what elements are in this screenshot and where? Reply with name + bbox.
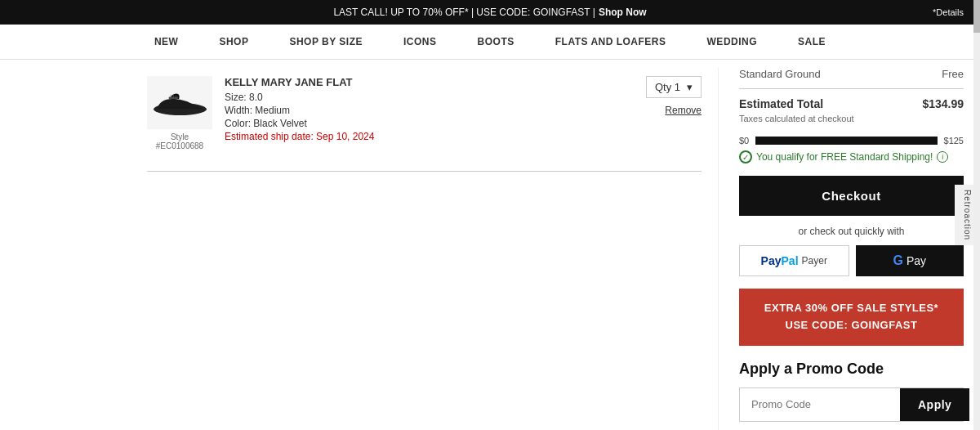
payment-buttons: PayPal Payer G Pay (739, 245, 964, 276)
progress-label-right: $125 (944, 136, 964, 146)
item-size: Size: 8.0 (225, 92, 634, 103)
promo-banner-line1: EXTRA 30% OFF SALE STYLES* (751, 300, 952, 317)
gpay-logo: G (893, 253, 902, 268)
nav-item-boots[interactable]: BOOTS (478, 36, 514, 47)
info-icon: i (937, 151, 948, 163)
nav-item-flats[interactable]: FLATS AND LOAFERS (555, 36, 666, 47)
progress-bar-fill (755, 137, 937, 145)
scrollbar[interactable] (973, 0, 980, 430)
chevron-down-icon: ▾ (687, 81, 693, 93)
cart-area: Style #EC0100688 KELLY MARY JANE FLAT Si… (0, 68, 719, 430)
progress-bar-container (755, 137, 937, 145)
summary-area: Standard Ground Free Estimated Total $13… (719, 68, 980, 430)
nav-item-shop-by-size[interactable]: SHOP BY SIZE (289, 36, 363, 47)
main-nav: NEW SHOP SHOP BY SIZE ICONS BOOTS FLATS … (0, 25, 980, 60)
remove-button[interactable]: Remove (665, 105, 702, 116)
check-icon: ✓ (739, 150, 752, 163)
total-value: $134.99 (922, 97, 964, 110)
item-qty-remove: Qty 1 ▾ Remove (646, 76, 702, 116)
progress-label-left: $0 (739, 136, 749, 146)
banner-details[interactable]: *Details (933, 7, 964, 17)
checkout-button[interactable]: Checkout (739, 176, 964, 216)
item-details: KELLY MARY JANE FLAT Size: 8.0 Width: Me… (225, 76, 634, 142)
promo-banner[interactable]: EXTRA 30% OFF SALE STYLES* USE CODE: GOI… (739, 289, 964, 346)
paypal-logo: PayPal (761, 254, 799, 267)
item-color: Color: Black Velvet (225, 118, 634, 129)
paypal-button[interactable]: PayPal Payer (739, 245, 849, 276)
gpay-button[interactable]: G Pay (856, 245, 964, 276)
cart-divider (147, 171, 702, 172)
item-name: KELLY MARY JANE FLAT (225, 76, 634, 88)
divider-1 (739, 88, 964, 89)
progress-wrap: $0 $125 (739, 136, 964, 146)
total-label: Estimated Total (739, 97, 823, 110)
item-image-wrap: Style #EC0100688 (147, 76, 212, 150)
item-width: Width: Medium (225, 105, 634, 116)
shipping-label: Standard Ground (739, 68, 821, 80)
promo-banner-line2: USE CODE: GOINGFAST (751, 317, 952, 334)
promo-section-title: Apply a Promo Code (739, 361, 964, 378)
nav-item-new[interactable]: NEW (154, 36, 179, 47)
taxes-note: Taxes calculated at checkout (739, 114, 964, 123)
shipping-value: Free (942, 68, 964, 80)
scroll-thumb[interactable] (973, 0, 980, 33)
banner-shop-now-link[interactable]: Shop Now (599, 7, 647, 18)
style-label: Style #EC0100688 (156, 132, 203, 150)
item-ship-date: Estimated ship date: Sep 10, 2024 (225, 131, 634, 142)
apply-button[interactable]: Apply (900, 388, 969, 421)
paypal-label: Payer (802, 255, 827, 267)
quick-checkout-label: or check out quickly with (739, 226, 964, 237)
qty-dropdown[interactable]: Qty 1 ▾ (646, 76, 702, 98)
nav-item-icons[interactable]: ICONS (403, 36, 437, 47)
cart-item: Style #EC0100688 KELLY MARY JANE FLAT Si… (147, 76, 702, 167)
nav-item-sale[interactable]: SALE (798, 36, 826, 47)
nav-item-wedding[interactable]: WEDDING (707, 36, 758, 47)
banner-text: LAST CALL! UP TO 70% OFF* | USE CODE: GO… (333, 7, 595, 18)
top-banner: LAST CALL! UP TO 70% OFF* | USE CODE: GO… (0, 0, 980, 25)
item-image (147, 76, 212, 129)
main-content: Style #EC0100688 KELLY MARY JANE FLAT Si… (0, 60, 980, 430)
nav-item-shop[interactable]: SHOP (219, 36, 248, 47)
free-shipping-note: ✓ You qualify for FREE Standard Shipping… (739, 150, 964, 163)
total-row: Estimated Total $134.99 (739, 97, 964, 110)
shipping-row: Standard Ground Free (739, 68, 964, 80)
promo-code-input[interactable] (740, 388, 900, 421)
promo-input-row: Apply (739, 387, 964, 422)
shoe-image-svg (149, 83, 211, 123)
